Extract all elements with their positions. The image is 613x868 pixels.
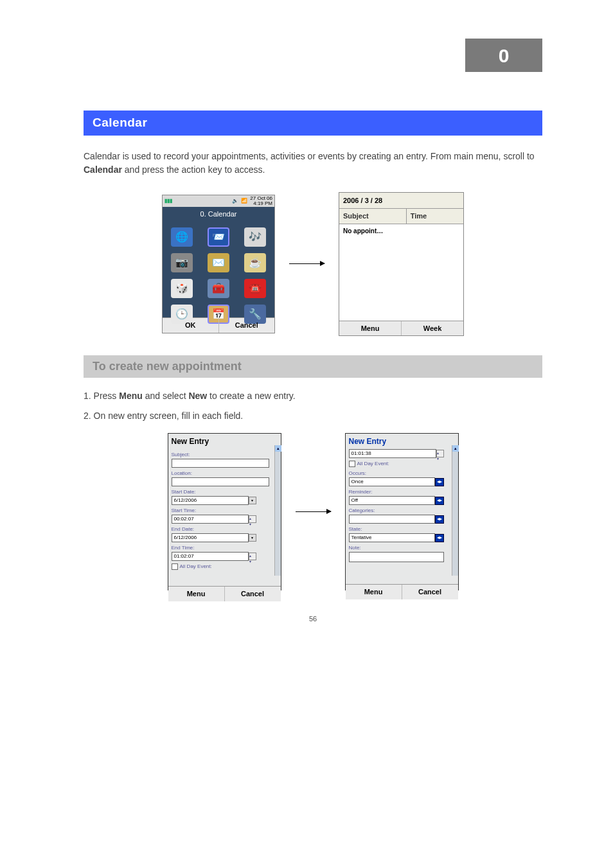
softkey-bar-form1: Menu Cancel xyxy=(168,586,281,601)
softkey-bar-2: Menu Week xyxy=(339,321,463,336)
state-input[interactable]: Tentative xyxy=(349,533,435,542)
signal-icon: ▮▮▮ xyxy=(164,197,172,205)
mail-icon[interactable]: ✉️ xyxy=(208,253,229,272)
subject-input[interactable] xyxy=(172,459,269,468)
softkey-cancel[interactable]: Cancel xyxy=(225,587,281,601)
softkey-menu[interactable]: Menu xyxy=(168,587,225,601)
all-day-checkbox[interactable] xyxy=(349,461,355,467)
arrow-icon xyxy=(296,511,331,512)
start-date-input[interactable]: 6/12/2006 xyxy=(172,496,249,505)
tools-icon[interactable]: 🧰 xyxy=(208,279,229,298)
arrow-icon xyxy=(289,263,324,264)
softkey-ok[interactable]: OK xyxy=(163,318,219,333)
occurs-label: Occurs: xyxy=(349,470,455,477)
list-header: Subject Time xyxy=(339,208,463,224)
sound-icon: 🔈 xyxy=(232,197,238,205)
all-day-label: All Day Event: xyxy=(180,563,212,571)
col-subject: Subject xyxy=(339,209,407,224)
categories-label: Categories: xyxy=(349,507,455,515)
reminder-input[interactable]: Off xyxy=(349,496,435,505)
no-appointment-text: No appoint… xyxy=(343,227,383,235)
status-bar: ▮▮▮ 🔈 📶 27 Oct 06 4:19 PM xyxy=(163,195,274,207)
softkey-week[interactable]: Week xyxy=(402,321,463,336)
globe-icon[interactable]: 🌐 xyxy=(171,227,193,247)
new-entry-form-2: New Entry ▴ 01:01:38 ▴▾ All Day Event: O… xyxy=(345,433,459,590)
intro-text-2: and press the action key to access. xyxy=(125,164,265,175)
all-day-label: All Day Event: xyxy=(357,460,389,468)
softkey-cancel[interactable]: Cancel xyxy=(402,585,458,599)
location-label: Location: xyxy=(172,470,278,477)
inbox-icon[interactable]: 📨 xyxy=(208,227,229,247)
start-time-label: Start Time: xyxy=(172,507,278,515)
form-title: New Entry xyxy=(346,434,458,449)
intro-bold: Calendar xyxy=(84,164,122,175)
menu-title: 0. Calendar xyxy=(163,207,274,222)
categories-input[interactable] xyxy=(349,515,435,524)
intro-paragraph: Calendar is used to record your appointm… xyxy=(84,150,542,177)
softkey-bar-form2: Menu Cancel xyxy=(346,584,458,599)
selector-icon[interactable]: ◂▸ xyxy=(435,478,444,486)
col-time: Time xyxy=(407,209,463,224)
phone-icon[interactable]: ☎️ xyxy=(244,279,266,298)
reminder-label: Reminder: xyxy=(349,488,455,496)
softkey-menu[interactable]: Menu xyxy=(346,585,402,599)
state-label: State: xyxy=(349,526,455,533)
list-body: No appoint… xyxy=(339,224,463,321)
figure-row-1: ▮▮▮ 🔈 📶 27 Oct 06 4:19 PM 0. Calendar 🌐 … xyxy=(84,192,542,337)
time-input[interactable]: 01:01:38 xyxy=(349,449,436,458)
phone-menu-screenshot: ▮▮▮ 🔈 📶 27 Oct 06 4:19 PM 0. Calendar 🌐 … xyxy=(162,195,275,333)
step-1: 1. Press Menu and select New to create a… xyxy=(84,389,542,403)
end-date-input[interactable]: 6/12/2006 xyxy=(172,533,249,542)
softkey-cancel[interactable]: Cancel xyxy=(219,318,275,333)
section-title: Calendar xyxy=(84,111,542,136)
new-entry-form-1: New Entry ▴ Subject: Location: Start Dat… xyxy=(168,433,281,590)
java-icon[interactable]: ☕ xyxy=(244,253,266,272)
all-day-checkbox[interactable] xyxy=(172,563,178,570)
spinner-icon[interactable]: ▴▾ xyxy=(249,515,256,523)
end-time-input[interactable]: 01:02:07 xyxy=(172,552,249,561)
softkey-menu[interactable]: Menu xyxy=(339,321,402,336)
antenna-icon: 📶 xyxy=(241,197,247,205)
music-icon[interactable]: 🎶 xyxy=(244,227,266,247)
figure-row-2: New Entry ▴ Subject: Location: Start Dat… xyxy=(84,433,542,590)
status-time: 4:19 PM xyxy=(250,201,272,206)
page-number: 56 xyxy=(84,614,542,624)
start-date-label: Start Date: xyxy=(172,488,278,496)
selector-icon[interactable]: ◂▸ xyxy=(435,515,444,524)
location-input[interactable] xyxy=(172,477,269,486)
softkey-bar: OK Cancel xyxy=(163,317,274,333)
list-date: 2006 / 3 / 28 xyxy=(339,193,463,209)
app-icon-grid: 🌐 📨 🎶 📷 ✉️ ☕ 🎲 🧰 ☎️ 🕒 📅 🔧 xyxy=(163,221,274,317)
games-icon[interactable]: 🎲 xyxy=(171,279,193,298)
camera-icon[interactable]: 📷 xyxy=(171,253,193,272)
step-2: 2. On new entry screen, fill in each fie… xyxy=(84,409,542,423)
dropdown-icon[interactable]: ▾ xyxy=(249,497,256,504)
selector-icon[interactable]: ◂▸ xyxy=(435,534,444,542)
selector-icon[interactable]: ◂▸ xyxy=(435,497,444,505)
intro-text-1: Calendar is used to record your appointm… xyxy=(84,151,535,161)
dropdown-icon[interactable]: ▾ xyxy=(249,534,256,542)
chapter-number-box: 0 xyxy=(465,39,542,72)
end-time-label: End Time: xyxy=(172,544,278,552)
end-date-label: End Date: xyxy=(172,526,278,533)
subject-label: Subject: xyxy=(172,451,278,459)
occurs-input[interactable]: Once xyxy=(349,477,435,486)
subsection-bar: To create new appointment xyxy=(84,355,542,378)
spinner-icon[interactable]: ▴▾ xyxy=(436,450,444,457)
calendar-list-screenshot: 2006 / 3 / 28 Subject Time No appoint… M… xyxy=(339,192,464,337)
start-time-input[interactable]: 00:02:07 xyxy=(172,515,249,524)
note-input[interactable] xyxy=(349,552,444,562)
spinner-icon[interactable]: ▴▾ xyxy=(249,553,256,560)
note-label: Note: xyxy=(349,544,455,552)
form-title: New Entry xyxy=(168,434,281,449)
